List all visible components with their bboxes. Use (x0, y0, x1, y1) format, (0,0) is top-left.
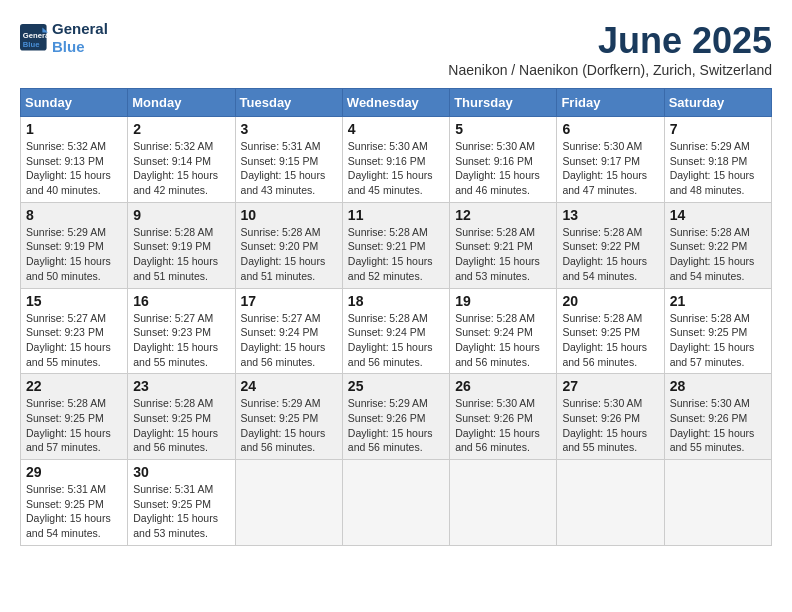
col-sunday: Sunday (21, 89, 128, 117)
day-info: Sunrise: 5:31 AM Sunset: 9:25 PM Dayligh… (133, 482, 229, 541)
sunset-text: Sunset: 9:21 PM (348, 239, 444, 254)
calendar-cell: 12 Sunrise: 5:28 AM Sunset: 9:21 PM Dayl… (450, 202, 557, 288)
calendar-cell: 28 Sunrise: 5:30 AM Sunset: 9:26 PM Dayl… (664, 374, 771, 460)
day-number: 13 (562, 207, 658, 223)
sunrise-text: Sunrise: 5:31 AM (26, 482, 122, 497)
logo-text-line2: Blue (52, 38, 108, 56)
daylight-text: Daylight: 15 hours and 56 minutes. (241, 426, 337, 455)
daylight-text: Daylight: 15 hours and 40 minutes. (26, 168, 122, 197)
day-info: Sunrise: 5:28 AM Sunset: 9:22 PM Dayligh… (670, 225, 766, 284)
day-info: Sunrise: 5:29 AM Sunset: 9:26 PM Dayligh… (348, 396, 444, 455)
calendar-cell (664, 460, 771, 546)
sunset-text: Sunset: 9:26 PM (670, 411, 766, 426)
day-number: 1 (26, 121, 122, 137)
daylight-text: Daylight: 15 hours and 55 minutes. (26, 340, 122, 369)
day-info: Sunrise: 5:28 AM Sunset: 9:25 PM Dayligh… (133, 396, 229, 455)
week-row-3: 15 Sunrise: 5:27 AM Sunset: 9:23 PM Dayl… (21, 288, 772, 374)
day-info: Sunrise: 5:29 AM Sunset: 9:18 PM Dayligh… (670, 139, 766, 198)
day-number: 21 (670, 293, 766, 309)
calendar-cell: 29 Sunrise: 5:31 AM Sunset: 9:25 PM Dayl… (21, 460, 128, 546)
daylight-text: Daylight: 15 hours and 54 minutes. (562, 254, 658, 283)
calendar-cell: 8 Sunrise: 5:29 AM Sunset: 9:19 PM Dayli… (21, 202, 128, 288)
daylight-text: Daylight: 15 hours and 56 minutes. (133, 426, 229, 455)
calendar-cell: 23 Sunrise: 5:28 AM Sunset: 9:25 PM Dayl… (128, 374, 235, 460)
calendar-cell: 24 Sunrise: 5:29 AM Sunset: 9:25 PM Dayl… (235, 374, 342, 460)
daylight-text: Daylight: 15 hours and 55 minutes. (133, 340, 229, 369)
sunrise-text: Sunrise: 5:29 AM (26, 225, 122, 240)
sunset-text: Sunset: 9:17 PM (562, 154, 658, 169)
day-info: Sunrise: 5:28 AM Sunset: 9:19 PM Dayligh… (133, 225, 229, 284)
calendar-cell: 18 Sunrise: 5:28 AM Sunset: 9:24 PM Dayl… (342, 288, 449, 374)
day-info: Sunrise: 5:27 AM Sunset: 9:24 PM Dayligh… (241, 311, 337, 370)
calendar-cell: 2 Sunrise: 5:32 AM Sunset: 9:14 PM Dayli… (128, 117, 235, 203)
sunrise-text: Sunrise: 5:29 AM (670, 139, 766, 154)
sunset-text: Sunset: 9:20 PM (241, 239, 337, 254)
day-number: 5 (455, 121, 551, 137)
logo: General Blue General Blue (20, 20, 108, 56)
sunset-text: Sunset: 9:25 PM (241, 411, 337, 426)
day-number: 16 (133, 293, 229, 309)
sunrise-text: Sunrise: 5:28 AM (455, 225, 551, 240)
sunrise-text: Sunrise: 5:28 AM (562, 225, 658, 240)
day-info: Sunrise: 5:28 AM Sunset: 9:21 PM Dayligh… (348, 225, 444, 284)
day-number: 12 (455, 207, 551, 223)
sunset-text: Sunset: 9:21 PM (455, 239, 551, 254)
sunset-text: Sunset: 9:22 PM (670, 239, 766, 254)
day-info: Sunrise: 5:27 AM Sunset: 9:23 PM Dayligh… (26, 311, 122, 370)
sunrise-text: Sunrise: 5:28 AM (455, 311, 551, 326)
day-info: Sunrise: 5:30 AM Sunset: 9:16 PM Dayligh… (455, 139, 551, 198)
day-info: Sunrise: 5:31 AM Sunset: 9:15 PM Dayligh… (241, 139, 337, 198)
day-number: 18 (348, 293, 444, 309)
day-number: 24 (241, 378, 337, 394)
day-info: Sunrise: 5:28 AM Sunset: 9:25 PM Dayligh… (562, 311, 658, 370)
sunset-text: Sunset: 9:25 PM (133, 497, 229, 512)
daylight-text: Daylight: 15 hours and 42 minutes. (133, 168, 229, 197)
calendar-cell: 21 Sunrise: 5:28 AM Sunset: 9:25 PM Dayl… (664, 288, 771, 374)
sunrise-text: Sunrise: 5:28 AM (670, 225, 766, 240)
daylight-text: Daylight: 15 hours and 53 minutes. (455, 254, 551, 283)
day-number: 30 (133, 464, 229, 480)
day-info: Sunrise: 5:28 AM Sunset: 9:25 PM Dayligh… (26, 396, 122, 455)
sunset-text: Sunset: 9:25 PM (133, 411, 229, 426)
daylight-text: Daylight: 15 hours and 53 minutes. (133, 511, 229, 540)
week-row-4: 22 Sunrise: 5:28 AM Sunset: 9:25 PM Dayl… (21, 374, 772, 460)
sunrise-text: Sunrise: 5:30 AM (670, 396, 766, 411)
sunrise-text: Sunrise: 5:30 AM (348, 139, 444, 154)
day-number: 17 (241, 293, 337, 309)
week-row-2: 8 Sunrise: 5:29 AM Sunset: 9:19 PM Dayli… (21, 202, 772, 288)
sunrise-text: Sunrise: 5:30 AM (455, 139, 551, 154)
calendar-cell: 15 Sunrise: 5:27 AM Sunset: 9:23 PM Dayl… (21, 288, 128, 374)
calendar-cell: 5 Sunrise: 5:30 AM Sunset: 9:16 PM Dayli… (450, 117, 557, 203)
day-info: Sunrise: 5:30 AM Sunset: 9:16 PM Dayligh… (348, 139, 444, 198)
day-number: 28 (670, 378, 766, 394)
sunset-text: Sunset: 9:18 PM (670, 154, 766, 169)
daylight-text: Daylight: 15 hours and 57 minutes. (670, 340, 766, 369)
sunrise-text: Sunrise: 5:28 AM (241, 225, 337, 240)
calendar-cell: 3 Sunrise: 5:31 AM Sunset: 9:15 PM Dayli… (235, 117, 342, 203)
col-thursday: Thursday (450, 89, 557, 117)
daylight-text: Daylight: 15 hours and 51 minutes. (241, 254, 337, 283)
calendar-cell: 17 Sunrise: 5:27 AM Sunset: 9:24 PM Dayl… (235, 288, 342, 374)
day-number: 6 (562, 121, 658, 137)
daylight-text: Daylight: 15 hours and 50 minutes. (26, 254, 122, 283)
daylight-text: Daylight: 15 hours and 43 minutes. (241, 168, 337, 197)
sunrise-text: Sunrise: 5:28 AM (562, 311, 658, 326)
sunset-text: Sunset: 9:25 PM (562, 325, 658, 340)
day-info: Sunrise: 5:28 AM Sunset: 9:22 PM Dayligh… (562, 225, 658, 284)
daylight-text: Daylight: 15 hours and 55 minutes. (670, 426, 766, 455)
daylight-text: Daylight: 15 hours and 56 minutes. (455, 426, 551, 455)
day-info: Sunrise: 5:28 AM Sunset: 9:25 PM Dayligh… (670, 311, 766, 370)
day-number: 19 (455, 293, 551, 309)
day-info: Sunrise: 5:30 AM Sunset: 9:26 PM Dayligh… (455, 396, 551, 455)
daylight-text: Daylight: 15 hours and 56 minutes. (241, 340, 337, 369)
day-number: 4 (348, 121, 444, 137)
sunset-text: Sunset: 9:16 PM (455, 154, 551, 169)
calendar-cell: 6 Sunrise: 5:30 AM Sunset: 9:17 PM Dayli… (557, 117, 664, 203)
sunset-text: Sunset: 9:24 PM (241, 325, 337, 340)
day-number: 27 (562, 378, 658, 394)
sunrise-text: Sunrise: 5:29 AM (348, 396, 444, 411)
calendar-cell: 25 Sunrise: 5:29 AM Sunset: 9:26 PM Dayl… (342, 374, 449, 460)
calendar-header-row: Sunday Monday Tuesday Wednesday Thursday… (21, 89, 772, 117)
daylight-text: Daylight: 15 hours and 47 minutes. (562, 168, 658, 197)
calendar-cell: 10 Sunrise: 5:28 AM Sunset: 9:20 PM Dayl… (235, 202, 342, 288)
